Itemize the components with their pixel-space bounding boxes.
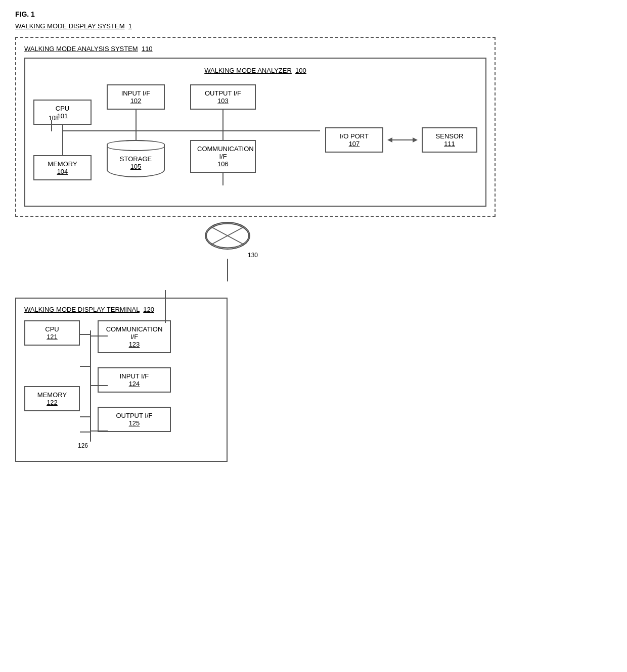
output-if-box: OUTPUT I/F 103 (190, 84, 256, 110)
terminal-input-if-box: INPUT I/F 124 (98, 367, 171, 393)
input-if-connector (136, 110, 137, 125)
bus-comm-connector (90, 335, 108, 337)
io-sensor-arrow (387, 135, 418, 145)
bus-ref-connector (51, 120, 52, 131)
storage-connector-up (136, 125, 137, 140)
terminal-box: WALKING MODE DISPLAY TERMINAL 120 CPU 12… (15, 298, 228, 462)
analysis-system-box: WALKING MODE ANALYSIS SYSTEM 110 WALKING… (15, 37, 496, 217)
cpu-h-connector (80, 334, 90, 335)
io-port-box: I/O PORT 107 (325, 127, 383, 153)
terminal-memory-space (24, 411, 80, 452)
cpu-right-connector (80, 366, 90, 367)
terminal-right-col: COMMUNICATION I/F 123 INPUT I/F 124 (98, 320, 171, 452)
terminal-cpu-memory-space (24, 346, 80, 386)
bus-ref-label: 108 (49, 115, 59, 122)
storage-box: STORAGE 105 (107, 140, 165, 177)
terminal-cpu-box: CPU 121 (24, 320, 80, 346)
terminal-bus-line (90, 330, 91, 442)
network-ref: 130 (248, 252, 258, 259)
terminal-comm-if-box: COMMUNICATION I/F 123 (98, 320, 171, 353)
comm-connector-up (222, 125, 223, 140)
network-area: 130 (197, 222, 258, 281)
analysis-system-label: WALKING MODE ANALYSIS SYSTEM 110 (24, 45, 486, 53)
analyzer-label: WALKING MODE ANALYZER 100 (33, 67, 477, 74)
memory-h-connector (80, 416, 90, 417)
diagram-container: WALKING MODE ANALYSIS SYSTEM 110 WALKING… (15, 37, 612, 462)
sensor-box: SENSOR 111 (422, 127, 477, 153)
terminal-memory-box: MEMORY 122 (24, 386, 80, 411)
bus-input-connector (90, 385, 108, 386)
terminal-output-if-box: OUTPUT I/F 125 (98, 407, 171, 432)
network-terminal-connector (227, 259, 228, 281)
cpu-bus-connector (62, 125, 63, 140)
fig-label: FIG. 1 (15, 10, 612, 18)
memory-bus-connector (62, 140, 63, 155)
output-if-connector (222, 110, 223, 125)
lower-section: 130 WALKING MODE DISPLAY TERMINAL 120 (15, 237, 496, 462)
terminal-label: WALKING MODE DISPLAY TERMINAL 120 (24, 306, 218, 313)
terminal-content: CPU 121 MEMORY 122 (24, 320, 218, 452)
cpu-box: CPU 101 (33, 100, 92, 125)
system-title: WALKING MODE DISPLAY SYSTEM 1 (15, 22, 612, 30)
terminal-bus-ref: 126 (78, 442, 88, 449)
comm-if-box: COMMUNICATION I/F 106 (190, 140, 256, 173)
input-if-box: INPUT I/F 102 (107, 84, 165, 110)
bus-output-connector (90, 430, 108, 431)
comm-up-connector (165, 290, 166, 323)
right-section: I/O PORT 107 (325, 127, 477, 153)
analyzer-box: WALKING MODE ANALYZER 100 CPU 101 (24, 58, 486, 207)
svg-marker-2 (413, 137, 418, 142)
terminal-left-col: CPU 121 MEMORY 122 (24, 320, 80, 452)
page-container: FIG. 1 WALKING MODE DISPLAY SYSTEM 1 WAL… (15, 10, 612, 462)
memory-right-connector (80, 431, 90, 433)
comm-network-connector (222, 173, 223, 185)
memory-box: MEMORY 104 (33, 155, 92, 180)
svg-marker-1 (387, 137, 392, 142)
network-oval (205, 222, 250, 250)
